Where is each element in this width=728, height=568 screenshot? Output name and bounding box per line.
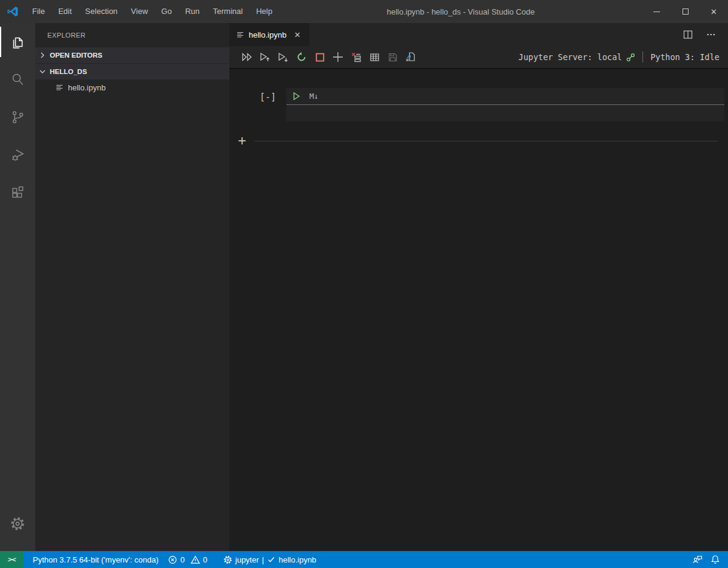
section-hello-ds[interactable]: HELLO_DS (35, 64, 229, 79)
explorer-sidebar: EXPLORER OPEN EDITORS HELLO_DS hello.ipy… (35, 23, 229, 551)
save-button[interactable] (383, 49, 402, 66)
bell-icon (710, 555, 720, 564)
search-icon (10, 72, 25, 87)
run-below-icon (278, 52, 289, 63)
insert-cell-button[interactable] (329, 49, 347, 66)
cell-container[interactable]: M↓ (286, 88, 724, 121)
error-count: 0 (180, 555, 184, 564)
tab-bar: hello.ipynb ✕ (229, 23, 728, 46)
menu-file[interactable]: File (25, 0, 52, 23)
check-icon (267, 555, 275, 564)
activity-run-debug-button[interactable] (0, 136, 35, 174)
export-icon (405, 52, 416, 63)
gear-icon (10, 516, 25, 532)
add-cell-divider (254, 141, 718, 141)
server-label: Jupyter Server: local (519, 52, 622, 62)
run-all-cells-button[interactable] (238, 49, 256, 66)
jupyter-status[interactable]: jupyter | hello.ipynb (218, 551, 322, 568)
section-label: OPEN EDITORS (50, 52, 103, 59)
save-icon (388, 52, 398, 63)
problems-status[interactable]: 0 0 (163, 551, 212, 568)
jupyter-server-status[interactable]: Jupyter Server: local (519, 52, 636, 62)
remote-indicator[interactable]: >< (0, 551, 23, 568)
run-cell-and-below-button[interactable] (274, 49, 292, 66)
notebook-file-icon (56, 84, 64, 92)
section-open-editors[interactable]: OPEN EDITORS (35, 47, 229, 63)
chevron-right-icon (35, 52, 50, 58)
run-above-icon (260, 52, 271, 63)
interpreter-label: Python 3.7.5 64-bit ('myenv': conda) (33, 555, 158, 564)
connected-icon (626, 53, 635, 62)
variable-explorer-button[interactable] (365, 49, 383, 66)
tab-hello-ipynb[interactable]: hello.ipynb ✕ (229, 23, 309, 46)
menu-terminal[interactable]: Terminal (206, 0, 249, 23)
section-label: HELLO_DS (50, 68, 87, 75)
restart-icon (296, 52, 307, 63)
activity-search-button[interactable] (0, 61, 35, 98)
vscode-logo-icon (0, 5, 25, 18)
maximize-button[interactable] (671, 0, 699, 23)
run-cells-above-button[interactable] (256, 49, 274, 66)
cell-input-area[interactable] (286, 105, 724, 121)
stop-icon (315, 52, 325, 63)
window-title: hello.ipynb - hello_ds - Visual Studio C… (279, 7, 642, 16)
menu-view[interactable]: View (124, 0, 155, 23)
gear-icon (223, 555, 232, 564)
manage-button[interactable] (0, 505, 35, 543)
tab-close-icon[interactable]: ✕ (291, 29, 303, 41)
feedback-icon (692, 555, 703, 564)
error-icon (168, 555, 177, 564)
notifications-button[interactable] (706, 551, 724, 568)
file-item-hello-ipynb[interactable]: hello.ipynb (35, 79, 229, 95)
export-as-button[interactable] (402, 49, 420, 66)
separator: | (262, 555, 264, 564)
run-debug-icon (10, 147, 26, 163)
ellipsis-icon (706, 30, 716, 39)
tab-label: hello.ipynb (249, 30, 286, 39)
python-interpreter-status[interactable]: Python 3.7.5 64-bit ('myenv': conda) (28, 551, 163, 568)
notebook-cell: [-] M↓ (229, 88, 728, 121)
close-button[interactable]: ✕ (699, 0, 728, 23)
more-actions-button[interactable] (703, 26, 720, 43)
menu-run[interactable]: Run (178, 0, 206, 23)
menu-help[interactable]: Help (249, 0, 279, 23)
menu-edit[interactable]: Edit (52, 0, 78, 23)
minimize-button[interactable] (642, 0, 671, 23)
execution-count: [-] (260, 92, 276, 121)
table-grid-icon (369, 52, 380, 63)
run-cell-icon[interactable] (292, 92, 301, 101)
markdown-cell-icon[interactable]: M↓ (309, 92, 318, 101)
activity-explorer-button[interactable] (0, 23, 35, 61)
restart-kernel-button[interactable] (292, 49, 311, 66)
kernel-status[interactable]: Python 3: Idle (650, 52, 720, 62)
close-icon: ✕ (710, 7, 717, 16)
activity-extensions-button[interactable] (0, 174, 35, 211)
extensions-icon (10, 184, 25, 200)
activity-source-control-button[interactable] (0, 98, 35, 136)
status-bar: >< Python 3.7.5 64-bit ('myenv': conda) … (0, 551, 728, 568)
sidebar-title: EXPLORER (35, 23, 229, 47)
add-cell-button[interactable]: + (234, 133, 250, 149)
split-editor-button[interactable] (679, 26, 696, 43)
menu-go[interactable]: Go (155, 0, 178, 23)
file-name: hello.ipynb (68, 83, 106, 92)
activity-bar (0, 23, 35, 551)
clear-output-icon (351, 52, 362, 63)
notebook-canvas: [-] M↓ + (229, 69, 728, 551)
run-all-icon (241, 52, 253, 62)
warning-icon (190, 555, 200, 564)
plus-icon (332, 52, 343, 63)
clear-all-output-button[interactable] (347, 49, 365, 66)
add-cell-row: + (229, 133, 728, 149)
notebook-file-name: hello.ipynb (278, 555, 316, 564)
menu-selection[interactable]: Selection (78, 0, 124, 23)
minimize-icon (653, 12, 660, 12)
interrupt-kernel-button[interactable] (311, 49, 329, 66)
chevron-down-icon (35, 69, 50, 75)
warning-count: 0 (203, 555, 207, 564)
notebook-toolbar: Jupyter Server: local Python 3: Idle (229, 46, 728, 69)
menubar: File Edit Selection View Go Run Terminal… (25, 0, 279, 23)
title-bar: File Edit Selection View Go Run Terminal… (0, 0, 728, 23)
source-control-branch-icon (10, 109, 25, 125)
feedback-button[interactable] (688, 551, 706, 568)
